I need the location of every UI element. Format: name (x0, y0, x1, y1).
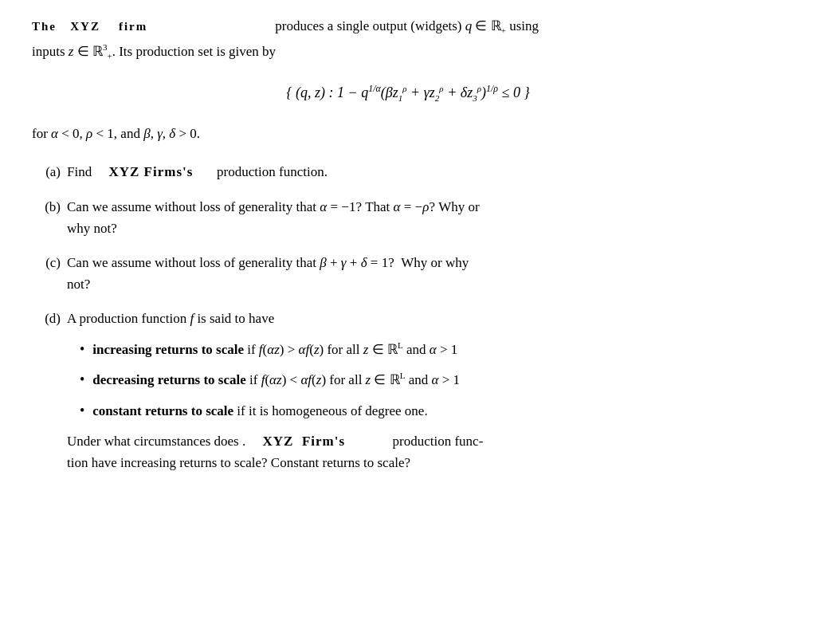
part-d-content: A production function f is said to have … (67, 308, 784, 473)
part-c: (c) Can we assume without loss of genera… (32, 252, 784, 295)
page-container: The XYZ firm produces a single output (w… (32, 16, 784, 473)
part-b: (b) Can we assume without loss of genera… (32, 196, 784, 239)
firm-bold-d: XYZ Firm's (262, 434, 345, 449)
bullet-increasing: • increasing returns to scale if f(αz) >… (80, 338, 784, 361)
decreasing-bold: decreasing returns to scale (92, 372, 245, 387)
increasing-bold: increasing returns to scale (92, 342, 244, 357)
constant-text: if it is homogeneous of degree one. (237, 403, 427, 418)
condition-line: for α < 0, ρ < 1, and β, γ, δ > 0. (32, 124, 784, 144)
part-d-intro: A production function f is said to have (67, 311, 274, 326)
under-list-text: Under what circumstances does . XYZ Firm… (67, 430, 784, 473)
part-d: (d) A production function f is said to h… (32, 308, 784, 473)
header-line: The XYZ firm produces a single output (w… (32, 16, 784, 37)
header-produces: produces a single output (widgets) q ∈ ℝ… (275, 16, 539, 37)
increasing-text: if f(αz) > αf(z) for all z ∈ ℝL and α > … (247, 342, 457, 357)
decreasing-text: if f(αz) < αf(z) for all z ∈ ℝL and α > … (249, 372, 460, 387)
bullet-list: • increasing returns to scale if f(αz) >… (80, 338, 784, 422)
part-b-label: (b) (32, 196, 67, 218)
part-a: (a) Find XYZ Firms's production function… (32, 161, 784, 183)
math-display: { (q, z) : 1 − q1/α(βz1ρ + γz2ρ + δz3ρ)1… (32, 81, 784, 104)
part-b-content: Can we assume without loss of generality… (67, 196, 480, 239)
part-c-content: Can we assume without loss of generality… (67, 252, 469, 295)
part-d-label: (d) (32, 308, 67, 329)
part-a-label: (a) (32, 162, 67, 183)
firm-label: The XYZ firm (32, 18, 147, 36)
part-a-content: Find XYZ Firms's production function. (67, 161, 328, 183)
firm-bold-a: XYZ Firms's (108, 164, 193, 179)
constant-bold: constant returns to scale (92, 403, 233, 418)
bullet-constant: • constant returns to scale if it is hom… (80, 399, 784, 422)
part-c-label: (c) (32, 252, 67, 273)
bullet-decreasing: • decreasing returns to scale if f(αz) <… (80, 368, 784, 391)
intro-line: inputs z ∈ ℝ3+. Its production set is gi… (32, 41, 784, 64)
